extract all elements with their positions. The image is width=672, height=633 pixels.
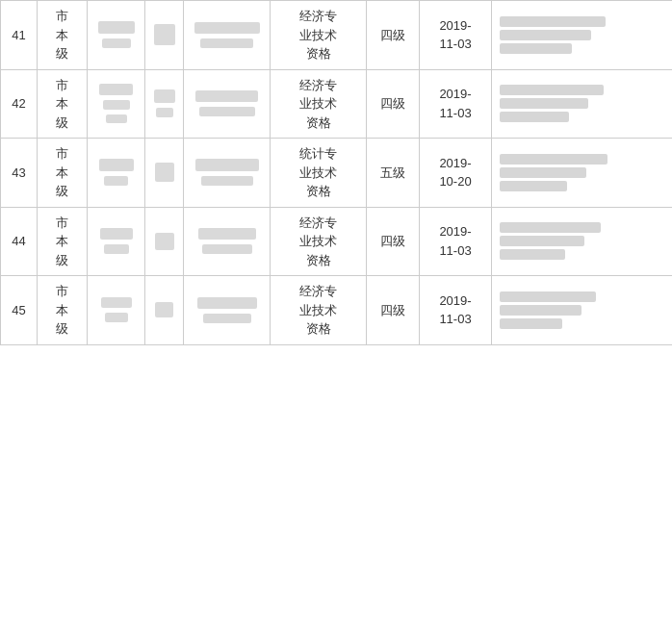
blurred-col-1 <box>88 69 145 139</box>
cert-type: 统计专 业技术 资格 <box>271 139 367 208</box>
blurred-col-2 <box>145 207 184 276</box>
table-row: 42市 本 级经济专 业技术 资格四级2019- 11-03 <box>1 69 673 139</box>
blurred-col-2 <box>145 139 184 208</box>
row-level: 市 本 级 <box>38 139 88 208</box>
row-number: 41 <box>1 1 38 70</box>
table-row: 44市 本 级经济专 业技术 资格四级2019- 11-03 <box>1 207 673 276</box>
cert-grade: 四级 <box>367 207 420 276</box>
row-number: 42 <box>1 69 38 139</box>
cert-type: 经济专 业技术 资格 <box>271 276 367 345</box>
cert-date: 2019- 11-03 <box>420 276 492 345</box>
blurred-col-1 <box>88 1 145 70</box>
row-level: 市 本 级 <box>38 69 88 139</box>
table-row: 45市 本 级经济专 业技术 资格四级2019- 11-03 <box>1 276 673 345</box>
row-number: 43 <box>1 139 38 208</box>
cert-grade: 四级 <box>367 69 420 139</box>
row-level: 市 本 级 <box>38 207 88 276</box>
blurred-col-right <box>492 207 673 276</box>
cert-date: 2019- 11-03 <box>420 1 492 70</box>
cert-type: 经济专 业技术 资格 <box>271 1 367 70</box>
table-row: 43市 本 级统计专 业技术 资格五级2019- 10-20 <box>1 139 673 208</box>
cert-date: 2019- 10-20 <box>420 139 492 208</box>
blurred-col-2 <box>145 69 184 139</box>
data-table: 41市 本 级经济专 业技术 资格四级2019- 11-0342市 本 级经济专… <box>0 0 672 345</box>
cert-grade: 五级 <box>367 139 420 208</box>
cert-date: 2019- 11-03 <box>420 207 492 276</box>
blurred-col-3 <box>184 1 271 70</box>
cert-type: 经济专 业技术 资格 <box>271 207 367 276</box>
cert-grade: 四级 <box>367 1 420 70</box>
blurred-col-3 <box>184 69 271 139</box>
blurred-col-1 <box>88 276 145 345</box>
blurred-col-3 <box>184 207 271 276</box>
cert-type: 经济专 业技术 资格 <box>271 69 367 139</box>
cert-grade: 四级 <box>367 276 420 345</box>
row-level: 市 本 级 <box>38 1 88 70</box>
blurred-col-3 <box>184 276 271 345</box>
row-level: 市 本 级 <box>38 276 88 345</box>
blurred-col-3 <box>184 139 271 208</box>
row-number: 44 <box>1 207 38 276</box>
blurred-col-1 <box>88 139 145 208</box>
blurred-col-2 <box>145 1 184 70</box>
main-table-wrapper: 41市 本 级经济专 业技术 资格四级2019- 11-0342市 本 级经济专… <box>0 0 672 345</box>
blurred-col-right <box>492 276 673 345</box>
blurred-col-1 <box>88 207 145 276</box>
row-number: 45 <box>1 276 38 345</box>
blurred-col-right <box>492 139 673 208</box>
table-row: 41市 本 级经济专 业技术 资格四级2019- 11-03 <box>1 1 673 70</box>
blurred-col-right <box>492 1 673 70</box>
blurred-col-right <box>492 69 673 139</box>
blurred-col-2 <box>145 276 184 345</box>
cert-date: 2019- 11-03 <box>420 69 492 139</box>
